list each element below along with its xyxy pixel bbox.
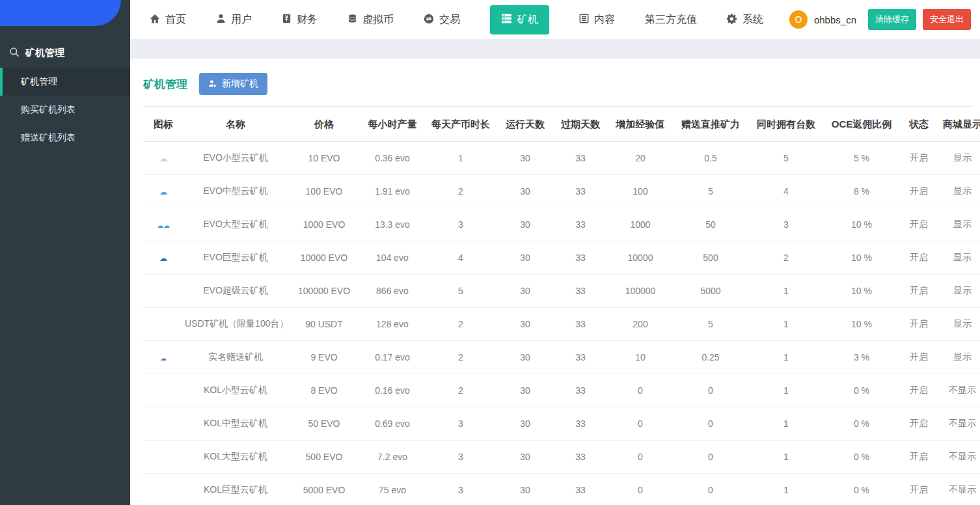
table-row: ☁EVO中型云矿机100 EVO1.91 evo23033100548 %开启显… [143,175,980,208]
nav-item-content[interactable]: 内容 [579,13,615,27]
cell-name: EVO中型云矿机 [184,175,288,208]
gear-icon [727,14,737,26]
navbar-right: O ohbbs_cn 清除缓存 安全退出 [789,9,971,30]
cell-expire-days: 33 [553,441,608,474]
nav-item-recharge[interactable]: 第三方充值 [645,13,697,27]
cell-price: 8 EVO [288,374,361,407]
cell-status: 开启 [899,441,938,474]
nav-item-currency[interactable]: 虚拟币 [347,13,394,27]
cell-gift-power: 5 [673,175,748,208]
column-header-5: 运行天数 [497,108,553,142]
column-header-7: 增加经验值 [608,108,673,142]
cell-exp-value: 0 [608,474,673,505]
sidebar-header: 矿机管理 [0,40,130,65]
cell-name: EVO小型云矿机 [184,142,288,175]
brand-logo[interactable] [0,0,121,26]
cell-shop-display: 显示 [938,208,980,241]
cell-price: 500 EVO [288,441,361,474]
table-row: ☁EVO小型云矿机10 EVO0.36 evo13033200.555 %开启显… [143,142,980,175]
finance-icon [282,14,292,25]
cell-gift-power: 0 [673,407,748,441]
cell-daily-coin-hours: 1 [424,142,497,175]
sidebar-item-miner-manage[interactable]: 矿机管理 [0,68,130,96]
cell-hourly-output: 128 evo [361,308,424,341]
table-header-row: 图标名称价格每小时产量每天产币时长运行天数过期天数增加经验值赠送直推矿力同时拥有… [143,108,980,142]
nav-item-trade[interactable]: 交易 [424,13,460,27]
cell-oce-rebate: 0 % [824,441,899,474]
add-miner-button[interactable]: 新增矿机 [199,73,267,95]
miner-image-icon: ☁ [159,154,168,163]
avatar[interactable]: O [789,10,808,29]
cell-run-days: 30 [497,374,553,407]
search-icon[interactable] [9,47,20,59]
cell-own-count: 5 [748,142,824,175]
add-miner-label: 新增矿机 [222,78,258,90]
column-header-10: OCE返佣比例 [824,108,899,142]
cell-exp-value: 0 [608,441,673,474]
cell-hourly-output: 104 evo [361,241,424,275]
cell-oce-rebate: 10 % [824,208,899,241]
cell-name: 实名赠送矿机 [184,341,288,374]
logout-button[interactable]: 安全退出 [923,9,971,30]
cell-gift-power: 5000 [673,275,748,308]
column-header-3: 每小时产量 [361,108,424,142]
table-body: ☁EVO小型云矿机10 EVO0.36 evo13033200.555 %开启显… [143,142,980,505]
cell-oce-rebate: 0 % [824,407,899,441]
cell-status: 开启 [899,407,938,441]
cell-gift-power: 0 [673,474,748,505]
top-navbar: 首页用户财务虚拟币交易矿机内容第三方充值系统 O ohbbs_cn 清除缓存 安… [130,0,980,39]
sidebar-item-buy-miner-list[interactable]: 购买矿机列表 [0,96,130,124]
cell-status: 开启 [899,341,938,374]
cell-exp-value: 10000 [608,241,673,275]
cell-status: 开启 [899,142,938,175]
cell-status: 开启 [899,474,938,505]
cell-expire-days: 33 [553,407,608,441]
table-row: EVO超级云矿机100000 EVO866 evo530331000005000… [143,275,980,308]
cell-exp-value: 0 [608,407,673,441]
cell-oce-rebate: 8 % [824,175,899,208]
cell-gift-power: 500 [673,241,748,275]
cell-oce-rebate: 10 % [824,308,899,341]
column-header-4: 每天产币时长 [424,108,497,142]
cell-expire-days: 33 [553,142,608,175]
table-row: KOL大型云矿机500 EVO7.2 evo330330010 %开启不显示 [143,441,980,474]
cell-oce-rebate: 5 % [824,142,899,175]
home-icon [150,14,160,26]
cell-daily-coin-hours: 3 [424,208,497,241]
sidebar-item-gift-miner-list[interactable]: 赠送矿机列表 [0,124,130,152]
main-content: 矿机管理 新增矿机 图标名称价格每小时产量每天产币时长运行天数过期天数增加经验值… [130,59,980,505]
username[interactable]: ohbbs_cn [814,14,856,25]
cell-hourly-output: 75 evo [361,474,424,505]
cell-own-count: 1 [748,441,824,474]
cell-name: USDT矿机（限量100台） [184,308,288,341]
cell-oce-rebate: 10 % [824,275,899,308]
cell-status: 开启 [899,275,938,308]
cell-price: 5000 EVO [288,474,361,505]
sidebar-menu: 矿机管理购买矿机列表赠送矿机列表 [0,68,130,152]
cell-gift-power: 0 [673,374,748,407]
cell-hourly-output: 0.17 evo [361,341,424,374]
cell-run-days: 30 [497,275,553,308]
cell-own-count: 1 [748,275,824,308]
column-header-9: 同时拥有台数 [748,108,824,142]
cell-status: 开启 [899,208,938,241]
cell-exp-value: 0 [608,374,673,407]
coins-icon [347,14,357,25]
nav-item-miner[interactable]: 矿机 [490,5,549,34]
clear-cache-button[interactable]: 清除缓存 [868,9,916,30]
cell-daily-coin-hours: 2 [424,374,497,407]
nav-item-system[interactable]: 系统 [727,13,763,27]
cell-daily-coin-hours: 2 [424,308,497,341]
cell-expire-days: 33 [553,208,608,241]
cell-status: 开启 [899,175,938,208]
nav-item-users[interactable]: 用户 [216,13,252,27]
miner-image-icon: ☁☁ [157,223,170,229]
cell-price: 10000 EVO [288,241,361,275]
cell-own-count: 3 [748,208,824,241]
cell-name: EVO大型云矿机 [184,208,288,241]
sidebar: 矿机管理 矿机管理购买矿机列表赠送矿机列表 [0,0,130,505]
content-header: 矿机管理 新增矿机 [143,73,973,95]
cell-price: 10 EVO [288,142,361,175]
nav-item-finance[interactable]: 财务 [282,13,318,27]
nav-item-home[interactable]: 首页 [150,13,186,27]
